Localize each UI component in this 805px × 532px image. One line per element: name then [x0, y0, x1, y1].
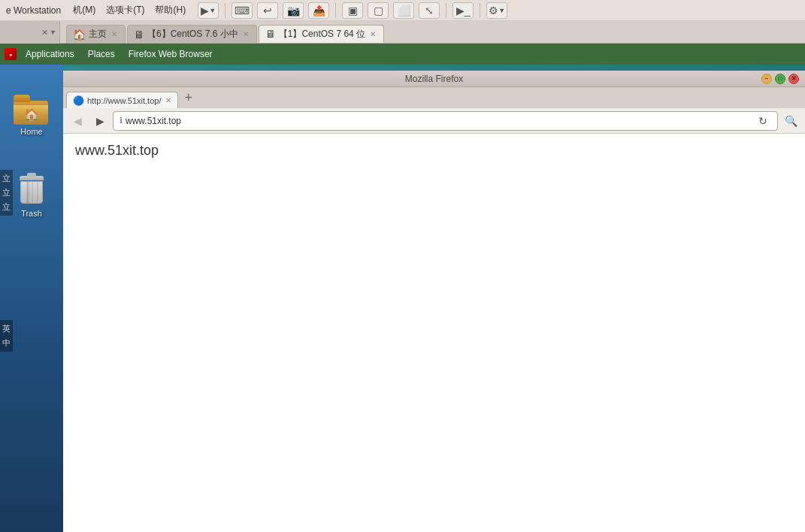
im-indicator-3: 立 [2, 201, 11, 213]
firefox-content: www.51xit.top [63, 134, 805, 532]
trash-lid [20, 176, 44, 180]
firefox-navbar: ◀ ▶ ℹ www.51xit.top ↻ 🔍 [63, 108, 805, 134]
toolbar: ▶▼ ⌨ ↩ 📷 📤 ▣ ▢ ⬜ ⤡ ▶_ ⚙▼ [198, 2, 507, 19]
tab-panel-dropdown[interactable]: ▼ [50, 29, 56, 36]
menu-machine[interactable]: 机(M) [68, 2, 100, 18]
vm-tab-centos6-label: 【6】CentOS 7.6 小中 [147, 28, 238, 41]
trash-icon-label: Trash [21, 209, 42, 218]
trash-icon-img [15, 174, 48, 207]
trash-lid-handle [27, 173, 36, 177]
input-method-panel: 立 立 立 [0, 170, 13, 216]
fullscreen-mode[interactable]: ⬜ [393, 2, 414, 19]
gnome-places-menu[interactable]: Places [82, 47, 121, 61]
vm-tab-centos1-close[interactable]: ✕ [370, 30, 376, 38]
menu-tabs[interactable]: 选项卡(T) [101, 2, 149, 18]
vm-tab-home[interactable]: 🏠 主页 ✕ [66, 25, 126, 43]
firefox-minimize-btn[interactable]: − [761, 74, 772, 84]
centos6-tab-icon: 🖥 [134, 29, 144, 41]
stretch-mode[interactable]: ⤡ [419, 2, 440, 19]
folder-tab [14, 95, 30, 102]
firefox-tab-1[interactable]: 🔵 http://www.51xit.top/ ✕ [66, 92, 178, 108]
power-button[interactable]: ▶▼ [198, 2, 219, 19]
vm-tab-centos6-close[interactable]: ✕ [243, 30, 249, 38]
input-method-panel-2: 英 中 [0, 320, 13, 352]
firefox-reload-btn[interactable]: ↻ [755, 113, 771, 129]
centos1-tab-icon: 🖥 [265, 28, 276, 40]
firefox-maximize-btn[interactable]: □ [775, 74, 785, 84]
home-folder-icon: 🏠 [14, 95, 50, 125]
firefox-close-btn[interactable]: ✕ [788, 74, 799, 84]
desktop-top-band [63, 65, 805, 71]
firefox-window: Mozilla Firefox − □ ✕ 🔵 http://www.51xit… [63, 71, 805, 532]
terminal-button[interactable]: ▶_ [452, 2, 474, 19]
vm-tab-centos1[interactable]: 🖥 【1】CentOS 7 64 位 ✕ [259, 25, 384, 43]
gnome-apps-icon: ● [5, 48, 17, 60]
home-tab-icon: 🏠 [73, 29, 86, 41]
vm-tab-centos1-label: 【1】CentOS 7 64 位 [279, 28, 365, 41]
firefox-window-buttons: − □ ✕ [761, 74, 799, 84]
gnome-topbar: ● Applications Places Firefox Web Browse… [0, 44, 805, 65]
settings-button[interactable]: ⚙▼ [486, 2, 507, 19]
im-indicator-zh: 中 [2, 337, 11, 349]
firefox-address-bar[interactable]: ℹ www.51xit.top ↻ [113, 111, 778, 131]
desktop-sidebar: 立 立 立 英 中 🏠 Home [0, 65, 63, 532]
gnome-browser-menu[interactable]: Firefox Web Browser [123, 47, 219, 61]
restore-snapshot[interactable]: ↩ [257, 2, 278, 19]
home-icon-label: Home [20, 127, 42, 136]
send-ctrl-alt-del[interactable]: ⌨ [232, 2, 253, 19]
statusbar-url: https://blog.csdn.net/weixin_48190891 [658, 521, 799, 530]
app-title: e Workstation [6, 5, 61, 16]
url-display: www.51xit.top [126, 116, 755, 126]
im-indicator-1: 立 [2, 173, 11, 184]
firefox-tab-1-icon: 🔵 [73, 95, 84, 106]
desktop-area: 立 立 立 英 中 🏠 Home [0, 65, 805, 532]
tab-panel-controls: ✕ ▼ [0, 21, 60, 44]
firefox-statusbar: https://blog.csdn.net/weixin_48190891 [652, 520, 805, 532]
firefox-title: Mozilla Firefox [405, 74, 463, 84]
titlebar: e Workstation 机(M) 选项卡(T) 帮助(H) ▶▼ ⌨ ↩ 📷… [0, 0, 805, 21]
firefox-titlebar: Mozilla Firefox − □ ✕ [63, 71, 805, 87]
revert-snapshot[interactable]: 📤 [308, 2, 329, 19]
vm-tab-home-label: 主页 [89, 28, 107, 41]
vm-tabsbar: ✕ ▼ 🏠 主页 ✕ 🖥 【6】CentOS 7.6 小中 ✕ 🖥 【1】Cen… [0, 21, 805, 44]
firefox-tab-1-label: http://www.51xit.top/ [87, 96, 161, 105]
vm-tab-centos6[interactable]: 🖥 【6】CentOS 7.6 小中 ✕ [127, 25, 257, 43]
desktop-icon-home[interactable]: 🏠 Home [5, 95, 58, 136]
tab-panel-close[interactable]: ✕ [41, 28, 48, 38]
folder-home-symbol: 🏠 [24, 107, 39, 122]
windowed-mode[interactable]: ▢ [368, 2, 389, 19]
im-indicator-eng: 英 [2, 323, 11, 334]
separator-2 [335, 3, 336, 18]
firefox-search-btn[interactable]: 🔍 [781, 111, 800, 131]
im-indicator-2: 立 [2, 187, 11, 198]
secure-icon: ℹ [120, 116, 123, 125]
page-content-text: www.51xit.top [75, 143, 793, 159]
firefox-tabsbar: 🔵 http://www.51xit.top/ ✕ + [63, 87, 805, 108]
menu-help[interactable]: 帮助(H) [150, 2, 190, 18]
trash-can [18, 176, 45, 204]
main-desktop: Mozilla Firefox − □ ✕ 🔵 http://www.51xit… [63, 65, 805, 532]
gnome-applications-menu[interactable]: Applications [20, 47, 80, 61]
vm-tabs-container: 🏠 主页 ✕ 🖥 【6】CentOS 7.6 小中 ✕ 🖥 【1】CentOS … [66, 25, 386, 43]
firefox-add-tab[interactable]: + [180, 90, 197, 106]
firefox-tab-1-close[interactable]: ✕ [165, 96, 171, 104]
separator-4 [480, 3, 480, 18]
vm-tab-home-close[interactable]: ✕ [111, 30, 117, 38]
desktop-icon-trash[interactable]: Trash [5, 174, 58, 218]
menu-bar: 机(M) 选项卡(T) 帮助(H) [68, 2, 190, 18]
trash-body [20, 181, 43, 204]
firefox-back-btn[interactable]: ◀ [68, 111, 87, 131]
firefox-forward-btn[interactable]: ▶ [90, 111, 110, 131]
take-snapshot[interactable]: 📷 [283, 2, 304, 19]
separator-3 [446, 3, 446, 18]
unity-mode[interactable]: ▣ [342, 2, 363, 19]
separator-1 [225, 3, 225, 18]
